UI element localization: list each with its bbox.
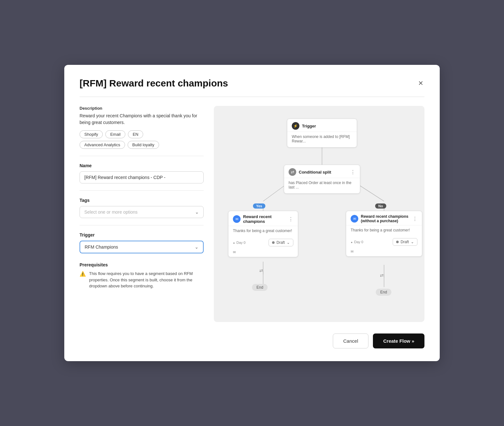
email-right-menu-icon[interactable]: ⋮ <box>412 216 417 222</box>
trigger-select[interactable]: RFM Champions ⌄ <box>80 241 204 253</box>
tag-email: Email <box>105 130 125 138</box>
trigger-node-title: Trigger <box>302 124 352 128</box>
tag-shopify: Shopify <box>80 130 103 138</box>
email-left-draft-btn[interactable]: Draft ⌄ <box>269 239 293 246</box>
draft-chevron-icon: ⌄ <box>287 240 290 245</box>
email-left-day: ⬥ Day 0 <box>233 241 246 244</box>
trigger-node-body: When someone is added to [RFM] Rewar... <box>287 132 357 147</box>
split-node: ⇄ Conditional split ⋮ has Placed Order a… <box>284 165 360 194</box>
trigger-chevron-icon: ⌄ <box>195 244 199 250</box>
email-right-header: ✉ Reward recent champions (without a pur… <box>346 211 422 225</box>
trigger-node: ⚡ Trigger When someone is added to [RFM]… <box>287 119 357 148</box>
close-button[interactable]: × <box>417 78 424 88</box>
trigger-icon: ⚡ <box>292 122 299 130</box>
left-end-node: End <box>252 284 268 291</box>
trigger-value: RFM Champions <box>85 244 118 250</box>
prerequisites-text: This flow requires you to have a segment… <box>89 271 204 289</box>
header-divider <box>80 97 424 97</box>
email-right-icon: ✉ <box>351 215 358 223</box>
draft-chevron-icon-right: ⌄ <box>411 240 414 244</box>
email-left-node: ✉ Reward recent champions ⋮ Thanks for b… <box>228 211 298 257</box>
email-left-title: Reward recent champions <box>243 214 286 224</box>
tag-build-loyalty: Build loyalty <box>128 141 159 149</box>
email-left-body: Thanks for being a great customer! <box>228 226 298 237</box>
email-right-footer: ⬥ Day 0 Draft ⌄ <box>346 236 422 249</box>
section-divider-3 <box>80 225 204 225</box>
section-divider-1 <box>80 156 204 156</box>
cancel-button[interactable]: Cancel <box>333 333 369 348</box>
modal-footer: Cancel Create Flow » <box>80 333 424 348</box>
email-right-node: ✉ Reward recent champions (without a pur… <box>346 211 422 257</box>
name-input[interactable] <box>80 171 204 183</box>
email-right-draft-btn[interactable]: Draft ⌄ <box>393 238 417 246</box>
left-end-label: End <box>256 285 263 290</box>
email-right-day: ⬥ Day 0 <box>351 240 363 244</box>
split-node-title: Conditional split <box>299 170 348 175</box>
prerequisites-label: Prerequisites <box>80 262 204 267</box>
tags-row-2: Advanced Analytics Build loyalty <box>80 141 204 149</box>
description-text: Reward your recent Champions with a spec… <box>80 113 204 126</box>
no-badge: No <box>375 203 386 209</box>
modal-container: [RFM] Reward recent champions × Descript… <box>64 65 440 361</box>
email-left-menu-icon[interactable]: ⋮ <box>288 216 293 222</box>
tags-chevron-icon: ⌄ <box>195 210 199 215</box>
email-left-header: ✉ Reward recent champions ⋮ <box>228 211 298 226</box>
description-label: Description <box>80 106 204 111</box>
right-end-label: End <box>380 290 387 294</box>
modal-header: [RFM] Reward recent champions × <box>80 78 424 89</box>
email-right-title: Reward recent champions (without a purch… <box>361 214 410 223</box>
split-node-header: ⇄ Conditional split ⋮ <box>284 165 360 178</box>
prerequisites-section: Prerequisites ⚠️ This flow requires you … <box>80 262 204 289</box>
modal-title: [RFM] Reward recent champions <box>80 78 228 89</box>
section-divider-2 <box>80 190 204 191</box>
tag-advanced-analytics: Advanced Analytics <box>80 141 125 149</box>
tags-select-placeholder: Select one or more options <box>84 210 137 215</box>
flow-diagram-panel: ⚡ Trigger When someone is added to [RFM]… <box>214 106 424 322</box>
yes-badge: Yes <box>253 203 265 209</box>
split-icon: ⇄ <box>289 168 296 176</box>
svg-line-1 <box>263 184 287 201</box>
prerequisites-body: ⚠️ This flow requires you to have a segm… <box>80 271 204 289</box>
day-icon: ⬥ <box>233 241 235 244</box>
tags-label: Tags <box>80 198 204 203</box>
trigger-node-header: ⚡ Trigger <box>287 119 357 132</box>
warning-icon: ⚠️ <box>80 271 86 277</box>
email-right-body: Thanks for being a great customer! <box>346 225 422 236</box>
left-sync-icon: ⇄ <box>259 268 263 273</box>
modal-body: Description Reward your recent Champions… <box>80 106 424 322</box>
email-left-footer: ⬥ Day 0 Draft ⌄ <box>228 237 298 250</box>
split-menu-icon[interactable]: ⋮ <box>350 169 355 175</box>
name-label: Name <box>80 163 204 168</box>
tags-select[interactable]: Select one or more options ⌄ <box>80 206 204 218</box>
right-end-node: End <box>376 289 391 296</box>
draft-circle-icon <box>272 241 275 244</box>
day-icon-right: ⬥ <box>351 240 353 244</box>
create-flow-button[interactable]: Create Flow » <box>373 333 424 348</box>
tag-en: EN <box>128 130 143 138</box>
email-left-icon: ✉ <box>233 215 241 223</box>
svg-line-2 <box>357 184 384 201</box>
split-node-body: has Placed Order at least once in the la… <box>284 178 360 193</box>
email-right-reply-icon: ✉ <box>346 249 422 256</box>
draft-circle-icon-right <box>396 241 399 243</box>
email-left-reply-icon: ✉ <box>228 250 298 257</box>
trigger-label: Trigger <box>80 232 204 237</box>
left-panel: Description Reward your recent Champions… <box>80 106 204 322</box>
right-sync-icon: ⇄ <box>380 273 384 278</box>
tags-row-1: Shopify Email EN <box>80 130 204 138</box>
